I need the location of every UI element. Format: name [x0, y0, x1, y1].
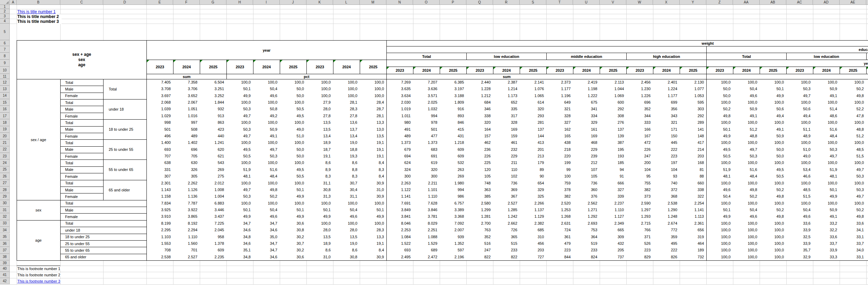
- cell-AC38[interactable]: 32,9: [786, 254, 813, 260]
- cell-L32[interactable]: 49,6: [333, 213, 360, 220]
- cell-U35[interactable]: 364: [573, 234, 600, 240]
- cell-AD16[interactable]: 51,4: [813, 106, 840, 112]
- cell-V17[interactable]: 308: [600, 113, 626, 119]
- cell-AE34[interactable]: 34,1: [840, 227, 866, 233]
- cell-AA29[interactable]: 50,2: [733, 193, 760, 200]
- cell-R26[interactable]: 102: [493, 173, 520, 180]
- row-header-27[interactable]: 27: [0, 180, 10, 187]
- cell-L13[interactable]: 100,0: [333, 86, 360, 92]
- cell-R37[interactable]: 233: [493, 247, 520, 253]
- cell-X19[interactable]: 171: [653, 126, 680, 133]
- cell-M22[interactable]: 19,1: [360, 146, 386, 153]
- header-year-2025[interactable]: 2025: [840, 67, 867, 74]
- cell-X13[interactable]: 1.224: [653, 86, 680, 92]
- cell-F33[interactable]: 8.192: [173, 220, 200, 227]
- cell-V13[interactable]: 1.044: [600, 86, 626, 92]
- cell-S28[interactable]: 329: [520, 187, 546, 193]
- cell-H23[interactable]: 50,5: [226, 153, 253, 159]
- cell-I25[interactable]: 51,6: [253, 166, 280, 173]
- cell-G15[interactable]: 1.844: [200, 99, 226, 106]
- cell-S37[interactable]: 203: [520, 247, 546, 253]
- cell-T33[interactable]: 2.631: [546, 220, 573, 227]
- cell-E30[interactable]: 7.834: [146, 200, 173, 207]
- row-header-39[interactable]: 39: [0, 260, 10, 266]
- header-year-2024[interactable]: 2024: [813, 67, 840, 74]
- cell-AE32[interactable]: 49,8: [840, 213, 866, 220]
- cell-V14[interactable]: 1.069: [600, 93, 626, 99]
- cell-AA27[interactable]: 100,0: [733, 180, 760, 187]
- cell-L25[interactable]: 8,8: [333, 166, 360, 173]
- cell-J36[interactable]: 30,7: [280, 240, 306, 247]
- cell-AE12[interactable]: 100,0: [840, 79, 866, 86]
- cell-AD25[interactable]: 51,9: [813, 166, 840, 173]
- column-header-AA[interactable]: AA: [733, 0, 760, 5]
- cell-Z30[interactable]: 100,0: [706, 200, 733, 207]
- row-header-9[interactable]: 9: [0, 60, 10, 67]
- cell-AD24[interactable]: 100,0: [813, 159, 840, 166]
- cell-P19[interactable]: 415: [440, 126, 466, 133]
- cell-L21[interactable]: 19,0: [333, 139, 360, 146]
- cell-AA32[interactable]: 49,6: [733, 213, 760, 220]
- cell-F38[interactable]: 2.527: [173, 254, 200, 260]
- cell-W25[interactable]: 104: [626, 166, 653, 173]
- cell-AB35[interactable]: 100,0: [760, 234, 786, 240]
- cell-S29[interactable]: 325: [520, 193, 546, 200]
- cell-E17[interactable]: 1.029: [146, 113, 173, 119]
- cell-S34[interactable]: 685: [520, 227, 546, 233]
- cell-W34[interactable]: 766: [626, 227, 653, 233]
- cell-Y24[interactable]: 168: [680, 159, 706, 166]
- cell-K29[interactable]: 31,3: [306, 193, 333, 200]
- row-label-sex[interactable]: Total: [60, 119, 103, 126]
- cell-O14[interactable]: 3.571: [413, 93, 440, 99]
- cell-Z27[interactable]: 100,0: [706, 180, 733, 187]
- cell-AE17[interactable]: 47,8: [840, 113, 866, 119]
- row-header-23[interactable]: 23: [0, 153, 10, 159]
- row-label-age[interactable]: 65 and older: [103, 180, 146, 200]
- cell-AE36[interactable]: 33,7: [840, 240, 866, 247]
- header-empty[interactable]: [386, 46, 707, 53]
- row-label-age[interactable]: 55 to under 65: [60, 247, 146, 253]
- cell-F34[interactable]: 2.294: [173, 227, 200, 233]
- cell-Y17[interactable]: 292: [680, 113, 706, 119]
- cell-N13[interactable]: 3.635: [386, 86, 413, 92]
- cell-F23[interactable]: 705: [173, 153, 200, 159]
- cell-L37[interactable]: 8,6: [333, 247, 360, 253]
- cell-AB18[interactable]: 100,0: [760, 119, 786, 126]
- cell-AD15[interactable]: 100,0: [813, 99, 840, 106]
- row-header-16[interactable]: 16: [0, 106, 10, 112]
- cell-E37[interactable]: 708: [146, 247, 173, 253]
- cell-X12[interactable]: 2.401: [653, 79, 680, 86]
- cell-M13[interactable]: 100,0: [360, 86, 386, 92]
- cell-K19[interactable]: 13,5: [306, 126, 333, 133]
- cell-G17[interactable]: 913: [200, 113, 226, 119]
- cell-S20[interactable]: 144: [520, 133, 546, 139]
- cell-M20[interactable]: 13,5: [360, 133, 386, 139]
- cell-AE33[interactable]: 33,6: [840, 220, 866, 227]
- cell-R35[interactable]: 365: [493, 234, 520, 240]
- cell-AB36[interactable]: 100,0: [760, 240, 786, 247]
- cell-R28[interactable]: 369: [493, 187, 520, 193]
- row-header-6[interactable]: 6: [0, 40, 10, 46]
- cell-I28[interactable]: 49,8: [253, 187, 280, 193]
- column-header-Y[interactable]: Y: [680, 0, 706, 5]
- cell-U27[interactable]: 736: [573, 180, 600, 187]
- cell-P32[interactable]: 3.368: [440, 213, 466, 220]
- cell-N19[interactable]: 491: [386, 126, 413, 133]
- cell-AE26[interactable]: 50,3: [840, 173, 866, 180]
- row-header-21[interactable]: 21: [0, 139, 10, 146]
- cell-N32[interactable]: 3.841: [386, 213, 413, 220]
- cell-Y32[interactable]: 1.113: [680, 213, 706, 220]
- cell-T30[interactable]: 2.520: [546, 200, 573, 207]
- cell-V31[interactable]: 1.110: [600, 207, 626, 213]
- cell-O21[interactable]: 1.373: [413, 139, 440, 146]
- column-header-C[interactable]: C: [60, 0, 103, 5]
- cell-AA20[interactable]: 48,8: [733, 133, 760, 139]
- cell-T24[interactable]: 199: [546, 159, 573, 166]
- cell-R34[interactable]: 726: [493, 227, 520, 233]
- cell-E16[interactable]: 1.039: [146, 106, 173, 112]
- header-year-2025[interactable]: 2025: [440, 67, 467, 74]
- cell-M14[interactable]: 100,0: [360, 93, 386, 99]
- cell-Y23[interactable]: 203: [680, 153, 706, 159]
- row-header-18[interactable]: 18: [0, 119, 10, 126]
- row-header-33[interactable]: 33: [0, 220, 10, 227]
